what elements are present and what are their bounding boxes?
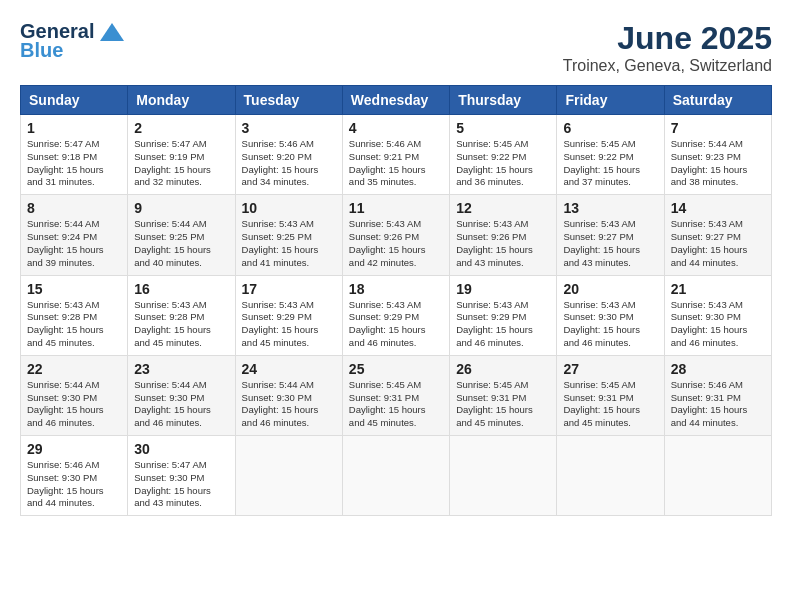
- day-info: Sunrise: 5:44 AMSunset: 9:24 PMDaylight:…: [27, 218, 121, 269]
- day-info: Sunrise: 5:43 AMSunset: 9:29 PMDaylight:…: [349, 299, 443, 350]
- title-area: June 2025 Troinex, Geneva, Switzerland: [563, 20, 772, 75]
- calendar-cell: 25 Sunrise: 5:45 AMSunset: 9:31 PMDaylig…: [342, 355, 449, 435]
- day-number: 14: [671, 200, 765, 216]
- day-info: Sunrise: 5:45 AMSunset: 9:22 PMDaylight:…: [563, 138, 657, 189]
- day-number: 4: [349, 120, 443, 136]
- day-number: 12: [456, 200, 550, 216]
- day-info: Sunrise: 5:47 AMSunset: 9:19 PMDaylight:…: [134, 138, 228, 189]
- day-number: 23: [134, 361, 228, 377]
- calendar-cell: 21 Sunrise: 5:43 AMSunset: 9:30 PMDaylig…: [664, 275, 771, 355]
- day-number: 22: [27, 361, 121, 377]
- calendar-cell: [342, 436, 449, 516]
- calendar-cell: [235, 436, 342, 516]
- day-number: 20: [563, 281, 657, 297]
- weekday-header-thursday: Thursday: [450, 86, 557, 115]
- calendar-cell: 29 Sunrise: 5:46 AMSunset: 9:30 PMDaylig…: [21, 436, 128, 516]
- calendar: SundayMondayTuesdayWednesdayThursdayFrid…: [20, 85, 772, 516]
- calendar-cell: 1 Sunrise: 5:47 AMSunset: 9:18 PMDayligh…: [21, 115, 128, 195]
- calendar-cell: 10 Sunrise: 5:43 AMSunset: 9:25 PMDaylig…: [235, 195, 342, 275]
- location-title: Troinex, Geneva, Switzerland: [563, 57, 772, 75]
- day-number: 24: [242, 361, 336, 377]
- day-number: 8: [27, 200, 121, 216]
- calendar-cell: 13 Sunrise: 5:43 AMSunset: 9:27 PMDaylig…: [557, 195, 664, 275]
- day-number: 11: [349, 200, 443, 216]
- calendar-cell: 2 Sunrise: 5:47 AMSunset: 9:19 PMDayligh…: [128, 115, 235, 195]
- day-number: 13: [563, 200, 657, 216]
- day-info: Sunrise: 5:45 AMSunset: 9:31 PMDaylight:…: [456, 379, 550, 430]
- day-number: 18: [349, 281, 443, 297]
- day-number: 15: [27, 281, 121, 297]
- calendar-cell: 24 Sunrise: 5:44 AMSunset: 9:30 PMDaylig…: [235, 355, 342, 435]
- day-info: Sunrise: 5:45 AMSunset: 9:31 PMDaylight:…: [563, 379, 657, 430]
- svg-marker-0: [100, 23, 124, 41]
- calendar-cell: [557, 436, 664, 516]
- day-info: Sunrise: 5:46 AMSunset: 9:21 PMDaylight:…: [349, 138, 443, 189]
- day-info: Sunrise: 5:43 AMSunset: 9:27 PMDaylight:…: [563, 218, 657, 269]
- logo-blue: Blue: [20, 39, 63, 62]
- day-number: 17: [242, 281, 336, 297]
- calendar-cell: 27 Sunrise: 5:45 AMSunset: 9:31 PMDaylig…: [557, 355, 664, 435]
- calendar-cell: 9 Sunrise: 5:44 AMSunset: 9:25 PMDayligh…: [128, 195, 235, 275]
- calendar-cell: [664, 436, 771, 516]
- day-info: Sunrise: 5:43 AMSunset: 9:26 PMDaylight:…: [456, 218, 550, 269]
- day-number: 5: [456, 120, 550, 136]
- calendar-cell: 19 Sunrise: 5:43 AMSunset: 9:29 PMDaylig…: [450, 275, 557, 355]
- day-info: Sunrise: 5:44 AMSunset: 9:30 PMDaylight:…: [242, 379, 336, 430]
- day-number: 10: [242, 200, 336, 216]
- calendar-cell: 4 Sunrise: 5:46 AMSunset: 9:21 PMDayligh…: [342, 115, 449, 195]
- calendar-week-5: 29 Sunrise: 5:46 AMSunset: 9:30 PMDaylig…: [21, 436, 772, 516]
- day-info: Sunrise: 5:43 AMSunset: 9:28 PMDaylight:…: [27, 299, 121, 350]
- weekday-header-row: SundayMondayTuesdayWednesdayThursdayFrid…: [21, 86, 772, 115]
- day-number: 26: [456, 361, 550, 377]
- month-title: June 2025: [563, 20, 772, 57]
- day-info: Sunrise: 5:44 AMSunset: 9:30 PMDaylight:…: [27, 379, 121, 430]
- calendar-cell: 26 Sunrise: 5:45 AMSunset: 9:31 PMDaylig…: [450, 355, 557, 435]
- day-info: Sunrise: 5:43 AMSunset: 9:30 PMDaylight:…: [671, 299, 765, 350]
- calendar-cell: 28 Sunrise: 5:46 AMSunset: 9:31 PMDaylig…: [664, 355, 771, 435]
- calendar-cell: 3 Sunrise: 5:46 AMSunset: 9:20 PMDayligh…: [235, 115, 342, 195]
- calendar-cell: 30 Sunrise: 5:47 AMSunset: 9:30 PMDaylig…: [128, 436, 235, 516]
- day-number: 27: [563, 361, 657, 377]
- day-info: Sunrise: 5:45 AMSunset: 9:22 PMDaylight:…: [456, 138, 550, 189]
- weekday-header-saturday: Saturday: [664, 86, 771, 115]
- day-info: Sunrise: 5:44 AMSunset: 9:30 PMDaylight:…: [134, 379, 228, 430]
- calendar-cell: 8 Sunrise: 5:44 AMSunset: 9:24 PMDayligh…: [21, 195, 128, 275]
- calendar-cell: 6 Sunrise: 5:45 AMSunset: 9:22 PMDayligh…: [557, 115, 664, 195]
- day-info: Sunrise: 5:43 AMSunset: 9:27 PMDaylight:…: [671, 218, 765, 269]
- day-info: Sunrise: 5:46 AMSunset: 9:20 PMDaylight:…: [242, 138, 336, 189]
- calendar-cell: 23 Sunrise: 5:44 AMSunset: 9:30 PMDaylig…: [128, 355, 235, 435]
- day-info: Sunrise: 5:47 AMSunset: 9:18 PMDaylight:…: [27, 138, 121, 189]
- day-info: Sunrise: 5:45 AMSunset: 9:31 PMDaylight:…: [349, 379, 443, 430]
- day-info: Sunrise: 5:44 AMSunset: 9:23 PMDaylight:…: [671, 138, 765, 189]
- day-info: Sunrise: 5:43 AMSunset: 9:28 PMDaylight:…: [134, 299, 228, 350]
- day-number: 9: [134, 200, 228, 216]
- day-number: 16: [134, 281, 228, 297]
- calendar-week-3: 15 Sunrise: 5:43 AMSunset: 9:28 PMDaylig…: [21, 275, 772, 355]
- day-number: 7: [671, 120, 765, 136]
- calendar-cell: 5 Sunrise: 5:45 AMSunset: 9:22 PMDayligh…: [450, 115, 557, 195]
- calendar-cell: 11 Sunrise: 5:43 AMSunset: 9:26 PMDaylig…: [342, 195, 449, 275]
- day-number: 19: [456, 281, 550, 297]
- calendar-cell: 14 Sunrise: 5:43 AMSunset: 9:27 PMDaylig…: [664, 195, 771, 275]
- day-info: Sunrise: 5:43 AMSunset: 9:26 PMDaylight:…: [349, 218, 443, 269]
- day-number: 1: [27, 120, 121, 136]
- day-info: Sunrise: 5:43 AMSunset: 9:25 PMDaylight:…: [242, 218, 336, 269]
- day-number: 2: [134, 120, 228, 136]
- calendar-cell: 20 Sunrise: 5:43 AMSunset: 9:30 PMDaylig…: [557, 275, 664, 355]
- calendar-week-2: 8 Sunrise: 5:44 AMSunset: 9:24 PMDayligh…: [21, 195, 772, 275]
- calendar-week-1: 1 Sunrise: 5:47 AMSunset: 9:18 PMDayligh…: [21, 115, 772, 195]
- weekday-header-sunday: Sunday: [21, 86, 128, 115]
- calendar-cell: 12 Sunrise: 5:43 AMSunset: 9:26 PMDaylig…: [450, 195, 557, 275]
- day-number: 21: [671, 281, 765, 297]
- day-number: 30: [134, 441, 228, 457]
- calendar-cell: 17 Sunrise: 5:43 AMSunset: 9:29 PMDaylig…: [235, 275, 342, 355]
- day-number: 29: [27, 441, 121, 457]
- weekday-header-tuesday: Tuesday: [235, 86, 342, 115]
- calendar-cell: 15 Sunrise: 5:43 AMSunset: 9:28 PMDaylig…: [21, 275, 128, 355]
- day-info: Sunrise: 5:43 AMSunset: 9:29 PMDaylight:…: [456, 299, 550, 350]
- calendar-week-4: 22 Sunrise: 5:44 AMSunset: 9:30 PMDaylig…: [21, 355, 772, 435]
- logo-icon: [98, 21, 126, 43]
- day-number: 28: [671, 361, 765, 377]
- day-info: Sunrise: 5:47 AMSunset: 9:30 PMDaylight:…: [134, 459, 228, 510]
- day-number: 3: [242, 120, 336, 136]
